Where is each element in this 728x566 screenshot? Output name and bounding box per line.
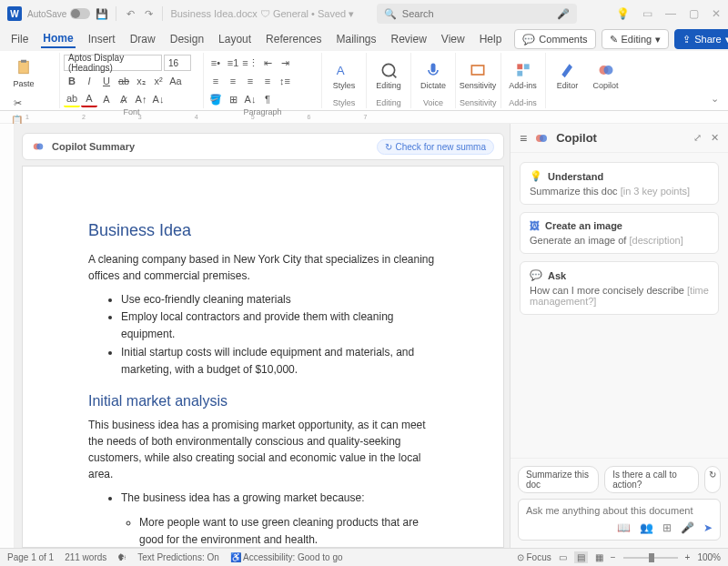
- copilot-ribbon-button[interactable]: Copilot: [588, 57, 624, 94]
- toggle-off-icon[interactable]: [70, 8, 90, 19]
- heading-2[interactable]: Initial market analysis: [88, 393, 438, 409]
- redo-icon[interactable]: ↷: [142, 7, 155, 20]
- ribbon-collapse-icon[interactable]: ⌄: [707, 89, 723, 108]
- shrink-font-icon[interactable]: A↓: [150, 91, 167, 107]
- zoom-out-icon[interactable]: −: [611, 552, 616, 562]
- chip-summarize[interactable]: Summarize this doc: [518, 466, 599, 493]
- send-icon[interactable]: ➤: [703, 521, 713, 534]
- vertical-ruler[interactable]: [0, 124, 15, 548]
- tab-draw[interactable]: Draw: [128, 31, 157, 47]
- align-center-icon[interactable]: ≡: [225, 73, 241, 89]
- minimize-icon[interactable]: —: [665, 7, 676, 20]
- heading-1[interactable]: Business Idea: [88, 221, 438, 240]
- page-count[interactable]: Page 1 of 1: [7, 552, 54, 562]
- font-name-select[interactable]: Aptos Display (Headings): [64, 55, 162, 71]
- people-icon[interactable]: 👥: [640, 521, 653, 534]
- refresh-chips-icon[interactable]: ↻: [704, 466, 721, 493]
- accessibility-status[interactable]: ♿ Accessibility: Good to go: [230, 552, 343, 562]
- list-item[interactable]: Employ local contractors and provide the…: [121, 308, 438, 343]
- tab-design[interactable]: Design: [168, 31, 206, 47]
- expand-icon[interactable]: ⤢: [693, 132, 702, 144]
- addins-button[interactable]: Add-ins: [505, 57, 541, 94]
- undo-icon[interactable]: ↶: [124, 7, 136, 20]
- font-color-icon[interactable]: A: [81, 91, 97, 107]
- chip-call-to-action[interactable]: Is there a call to action?: [604, 466, 699, 493]
- read-mode-icon[interactable]: ▭: [559, 552, 567, 562]
- underline-icon[interactable]: U: [98, 73, 115, 89]
- body-paragraph[interactable]: A cleaning company based in New York Cit…: [88, 251, 438, 284]
- comments-button[interactable]: 💬 Comments: [514, 29, 595, 49]
- autosave-toggle[interactable]: AutoSave: [27, 8, 90, 19]
- dictate-button[interactable]: Dictate: [415, 57, 451, 94]
- text-predictions[interactable]: Text Predictions: On: [137, 552, 218, 562]
- list-item[interactable]: Use eco-friendly cleaning materials: [121, 291, 438, 308]
- ask-input[interactable]: [526, 505, 713, 516]
- grow-font-icon[interactable]: A↑: [133, 91, 149, 107]
- tab-review[interactable]: Review: [389, 31, 429, 47]
- mic-icon[interactable]: 🎤: [681, 521, 694, 534]
- lightbulb-icon[interactable]: 💡: [616, 7, 630, 20]
- document-name[interactable]: Business Idea.docx 🛡 General • Saved ▾: [170, 8, 354, 20]
- borders-icon[interactable]: ⊞: [225, 91, 241, 107]
- suggestion-card-ask[interactable]: 💬Ask How can I more concisely describe […: [520, 261, 719, 315]
- check-summary-button[interactable]: ↻ Check for new summa: [377, 139, 494, 155]
- language-icon[interactable]: 🗣: [117, 552, 126, 562]
- word-count[interactable]: 211 words: [65, 552, 106, 562]
- superscript-icon[interactable]: x²: [150, 73, 167, 89]
- shading-icon[interactable]: 🪣: [207, 91, 224, 107]
- body-paragraph[interactable]: This business idea has a promising marke…: [88, 417, 438, 482]
- change-case-icon[interactable]: Aa: [167, 73, 184, 89]
- suggestion-card-create-image[interactable]: 🖼Create an image Generate an image of [d…: [520, 212, 719, 254]
- close-icon[interactable]: ✕: [712, 7, 721, 20]
- mic-icon[interactable]: 🎤: [557, 8, 570, 20]
- tab-help[interactable]: Help: [478, 31, 504, 47]
- tab-file[interactable]: File: [9, 31, 30, 47]
- suggestion-card-understand[interactable]: 💡Understand Summarize this doc [in 3 key…: [520, 162, 719, 205]
- zoom-slider[interactable]: [623, 557, 678, 559]
- focus-mode-button[interactable]: ⊙ Focus: [517, 552, 551, 562]
- tab-home[interactable]: Home: [41, 30, 75, 48]
- sensitivity-button[interactable]: Sensitivity: [460, 57, 496, 94]
- ask-input-box[interactable]: 📖 👥 ⊞ 🎤 ➤: [518, 499, 721, 541]
- list-item[interactable]: Initial startup costs will include equip…: [121, 344, 438, 379]
- strikethrough-icon[interactable]: ab: [116, 73, 132, 89]
- print-layout-icon[interactable]: ▤: [574, 551, 588, 563]
- web-layout-icon[interactable]: ▦: [595, 552, 603, 562]
- bullets-icon[interactable]: ≡•: [207, 55, 224, 71]
- tab-insert[interactable]: Insert: [86, 31, 117, 47]
- share-button[interactable]: ⇪ Share ▾: [674, 29, 728, 49]
- document-page[interactable]: Business Idea A cleaning company based i…: [22, 166, 504, 548]
- prompt-book-icon[interactable]: 📖: [617, 521, 631, 534]
- sort-icon[interactable]: A↓: [242, 91, 258, 107]
- font-size-select[interactable]: 16: [164, 55, 191, 71]
- tab-references[interactable]: References: [264, 31, 323, 47]
- clear-format-icon[interactable]: A̷: [116, 91, 132, 107]
- close-pane-icon[interactable]: ✕: [711, 132, 719, 144]
- paste-button[interactable]: Paste: [9, 53, 38, 93]
- search-input[interactable]: [402, 8, 551, 19]
- search-box[interactable]: 🔍 🎤: [377, 4, 577, 24]
- italic-icon[interactable]: I: [81, 73, 97, 89]
- styles-button[interactable]: AStyles: [326, 57, 362, 94]
- grid-icon[interactable]: ⊞: [662, 521, 672, 534]
- decrease-indent-icon[interactable]: ⇤: [259, 55, 276, 71]
- list-item[interactable]: More people want to use green cleaning p…: [139, 514, 438, 548]
- list-item[interactable]: The business idea has a growing market b…: [121, 490, 438, 507]
- tab-mailings[interactable]: Mailings: [334, 31, 378, 47]
- increase-indent-icon[interactable]: ⇥: [277, 55, 293, 71]
- maximize-icon[interactable]: ▢: [689, 7, 699, 20]
- editing-button[interactable]: Editing: [370, 57, 407, 94]
- show-marks-icon[interactable]: ¶: [259, 91, 276, 107]
- numbering-icon[interactable]: ≡1: [225, 55, 241, 71]
- save-icon[interactable]: 💾: [96, 7, 108, 20]
- zoom-in-icon[interactable]: +: [685, 552, 691, 562]
- editor-button[interactable]: Editor: [550, 57, 586, 94]
- multilevel-icon[interactable]: ≡⋮: [242, 55, 258, 71]
- align-left-icon[interactable]: ≡: [207, 73, 224, 89]
- ribbon-mode-icon[interactable]: ▭: [642, 7, 652, 20]
- tab-layout[interactable]: Layout: [217, 31, 253, 47]
- justify-icon[interactable]: ≡: [259, 73, 276, 89]
- highlight-icon[interactable]: ab: [64, 91, 80, 107]
- menu-icon[interactable]: ≡: [520, 131, 527, 146]
- tab-view[interactable]: View: [440, 31, 467, 47]
